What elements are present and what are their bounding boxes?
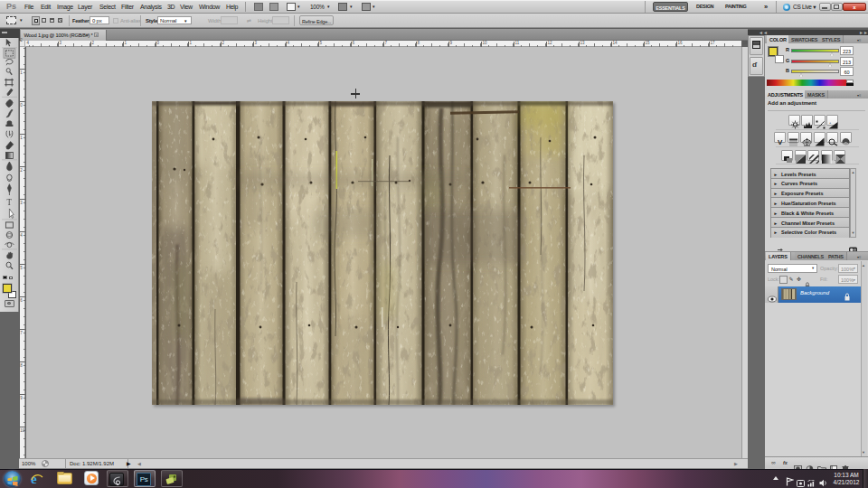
- svg-text:+: +: [829, 120, 832, 125]
- svg-text:V: V: [778, 138, 783, 146]
- svg-text:T: T: [7, 198, 13, 207]
